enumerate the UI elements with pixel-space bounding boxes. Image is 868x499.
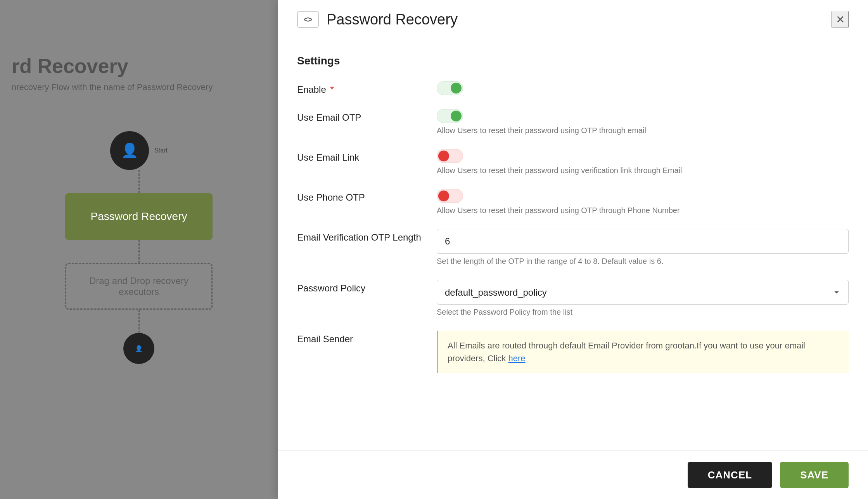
end-node: 👤 bbox=[123, 333, 154, 364]
otp-length-label: Email Verification OTP Length bbox=[297, 229, 421, 243]
password-policy-hint: Select the Password Policy from the list bbox=[437, 308, 849, 317]
email-link-toggle[interactable] bbox=[437, 149, 463, 163]
email-otp-toggle-wrapper bbox=[437, 109, 849, 123]
recovery-node-label: Password Recovery bbox=[91, 210, 187, 223]
code-icon-button[interactable]: <> bbox=[297, 11, 319, 28]
connector-line-1 bbox=[138, 170, 140, 193]
drag-node: Drag and Drop recovery executors bbox=[65, 263, 213, 310]
drawer-header: <> Password Recovery ✕ bbox=[278, 0, 868, 39]
bg-content: rd Recovery nrecovery Flow with the name… bbox=[0, 47, 278, 372]
settings-drawer: <> Password Recovery ✕ Settings Enable * bbox=[278, 0, 868, 499]
phone-otp-toggle-wrapper bbox=[437, 189, 849, 203]
email-otp-row: Use Email OTP Allow Users to reset their… bbox=[297, 109, 849, 135]
bg-title: rd Recovery bbox=[12, 54, 266, 78]
email-otp-control: Allow Users to reset their password usin… bbox=[437, 109, 849, 135]
email-sender-row: Email Sender All Emails are routed throu… bbox=[297, 331, 849, 373]
enable-label: Enable * bbox=[297, 81, 421, 95]
start-node: 👤 bbox=[110, 131, 149, 170]
enable-toggle-dot bbox=[451, 83, 462, 94]
close-button[interactable]: ✕ bbox=[832, 11, 849, 28]
save-button[interactable]: SAVE bbox=[780, 462, 849, 488]
email-link-toggle-dot bbox=[438, 151, 449, 161]
enable-toggle[interactable] bbox=[437, 81, 463, 95]
otp-length-hint: Set the length of the OTP in the range o… bbox=[437, 257, 849, 266]
drawer-title: Password Recovery bbox=[327, 11, 458, 28]
recovery-node: Password Recovery bbox=[65, 193, 213, 240]
enable-row: Enable * bbox=[297, 81, 849, 95]
email-otp-hint: Allow Users to reset their password usin… bbox=[437, 126, 849, 135]
phone-otp-label: Use Phone OTP bbox=[297, 189, 421, 203]
password-policy-row: Password Policy default_password_policy … bbox=[297, 280, 849, 317]
close-icon: ✕ bbox=[836, 13, 845, 26]
drawer-header-left: <> Password Recovery bbox=[297, 11, 458, 28]
phone-otp-hint: Allow Users to reset their password usin… bbox=[437, 206, 849, 215]
otp-length-input[interactable] bbox=[437, 229, 849, 254]
cancel-button[interactable]: CANCEL bbox=[688, 462, 772, 488]
email-sender-label: Email Sender bbox=[297, 331, 421, 345]
email-otp-label: Use Email OTP bbox=[297, 109, 421, 123]
enable-required: * bbox=[330, 84, 334, 95]
drag-node-label: Drag and Drop recovery executors bbox=[70, 275, 207, 297]
otp-length-control: Set the length of the OTP in the range o… bbox=[437, 229, 849, 266]
drawer-body: Settings Enable * Use Email OTP bbox=[278, 39, 868, 450]
password-policy-select[interactable]: default_password_policy bbox=[437, 280, 849, 305]
person-icon: 👤 bbox=[121, 142, 138, 159]
email-warning-text: All Emails are routed through default Em… bbox=[448, 341, 805, 363]
phone-otp-toggle[interactable] bbox=[437, 189, 463, 203]
email-link-label: Use Email Link bbox=[297, 149, 421, 163]
email-link-control: Allow Users to reset their password usin… bbox=[437, 149, 849, 175]
email-link-hint: Allow Users to reset their password usin… bbox=[437, 166, 849, 175]
code-icon: <> bbox=[303, 15, 312, 24]
connector-line-3 bbox=[138, 310, 140, 333]
connector-line-2 bbox=[138, 240, 140, 263]
phone-otp-row: Use Phone OTP Allow Users to reset their… bbox=[297, 189, 849, 215]
email-otp-toggle-dot bbox=[451, 111, 462, 121]
drawer-footer: CANCEL SAVE bbox=[278, 450, 868, 499]
email-link-toggle-wrapper bbox=[437, 149, 849, 163]
flow-diagram: 👤 Start Password Recovery Drag and Drop … bbox=[12, 123, 266, 364]
email-warning-link[interactable]: here bbox=[508, 353, 525, 363]
email-sender-warning: All Emails are routed through default Em… bbox=[437, 331, 849, 373]
password-policy-label: Password Policy bbox=[297, 280, 421, 294]
background-panel: rd Recovery nrecovery Flow with the name… bbox=[0, 0, 278, 499]
otp-length-row: Email Verification OTP Length Set the le… bbox=[297, 229, 849, 266]
person-icon-end: 👤 bbox=[135, 345, 143, 352]
enable-control bbox=[437, 81, 849, 95]
enable-toggle-wrapper bbox=[437, 81, 849, 95]
email-otp-toggle[interactable] bbox=[437, 109, 463, 123]
phone-otp-control: Allow Users to reset their password usin… bbox=[437, 189, 849, 215]
start-label: Start bbox=[154, 147, 168, 154]
phone-otp-toggle-dot bbox=[438, 191, 449, 201]
start-row: 👤 Start bbox=[110, 131, 168, 170]
email-link-row: Use Email Link Allow Users to reset thei… bbox=[297, 149, 849, 175]
password-policy-control: default_password_policy Select the Passw… bbox=[437, 280, 849, 317]
bg-subtitle: nrecovery Flow with the name of Password… bbox=[12, 82, 266, 92]
settings-section-title: Settings bbox=[297, 55, 849, 67]
email-sender-control: All Emails are routed through default Em… bbox=[437, 331, 849, 373]
